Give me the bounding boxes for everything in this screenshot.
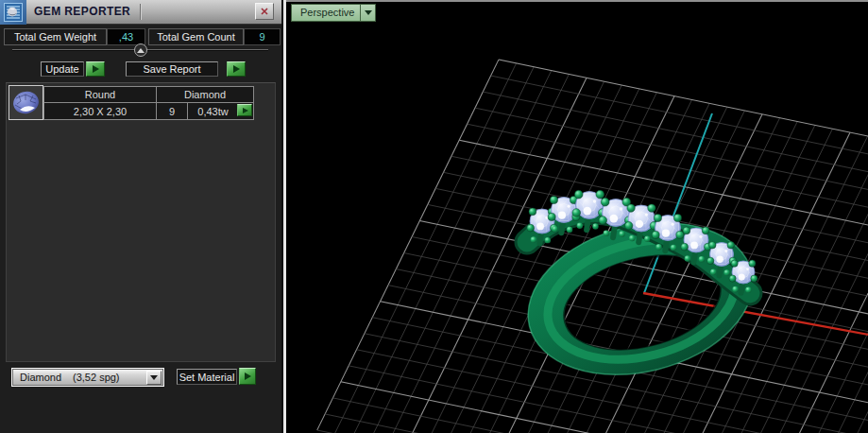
material-name: Diamond — [20, 372, 61, 383]
gem-weight-value: 0,43tw — [197, 106, 228, 117]
gem-shape-header: Round — [44, 87, 157, 103]
gem-type-header: Diamond — [157, 87, 253, 103]
play-icon — [233, 65, 240, 73]
viewport-3d[interactable]: Perspective — [286, 0, 868, 433]
application-window: GEM REPORTER Total Gem Weight ,43 Total … — [0, 0, 868, 433]
play-icon — [93, 65, 99, 73]
material-density: (3,52 spg) — [73, 372, 120, 383]
set-material-button[interactable]: Set Material — [177, 369, 237, 385]
panel-titlebar[interactable]: GEM REPORTER — [0, 0, 281, 25]
view-mode-dropdown[interactable]: Perspective — [291, 4, 376, 22]
gem-row-select-button[interactable] — [237, 104, 252, 116]
chevron-down-icon — [150, 375, 158, 380]
round-gem-icon — [9, 86, 43, 119]
gem-reporter-panel: GEM REPORTER Total Gem Weight ,43 Total … — [0, 0, 281, 433]
chevron-down-icon — [365, 10, 372, 15]
save-report-run-button[interactable] — [227, 61, 246, 77]
gem-list-groupbox — [6, 82, 276, 362]
gem-count-cell: 9 — [157, 103, 188, 119]
gem-preview-thumbnail — [9, 85, 43, 120]
update-run-button[interactable] — [86, 61, 105, 77]
view-mode-label: Perspective — [300, 7, 354, 18]
play-icon — [245, 372, 251, 380]
gem-size-cell: 2,30 X 2,30 — [44, 103, 157, 119]
gem-weight-cell: 0,43tw — [188, 103, 253, 119]
total-gem-count-label: Total Gem Count — [148, 28, 244, 45]
dropdown-arrow-button[interactable] — [146, 371, 162, 385]
update-button[interactable]: Update — [41, 61, 84, 77]
chevron-up-icon — [137, 48, 145, 53]
save-report-button[interactable]: Save Report — [126, 61, 218, 77]
panel-title: GEM REPORTER — [34, 0, 130, 24]
total-gem-weight-label: Total Gem Weight — [4, 28, 107, 45]
gem-reporter-icon — [0, 0, 26, 25]
titlebar-divider — [140, 4, 141, 20]
ring-model — [512, 190, 769, 397]
collapse-toggle-button[interactable] — [134, 43, 147, 57]
view-dropdown-arrow[interactable] — [360, 5, 375, 21]
material-dropdown[interactable]: Diamond (3,52 spg) — [11, 368, 164, 387]
gem-table: Round Diamond 2,30 X 2,30 9 0,43tw — [43, 86, 254, 120]
close-button[interactable] — [255, 3, 274, 20]
play-icon — [243, 108, 248, 113]
viewport-canvas[interactable] — [286, 2, 868, 433]
set-material-run-button[interactable] — [239, 368, 256, 385]
close-icon — [260, 7, 269, 16]
total-gem-count-value: 9 — [244, 28, 281, 45]
